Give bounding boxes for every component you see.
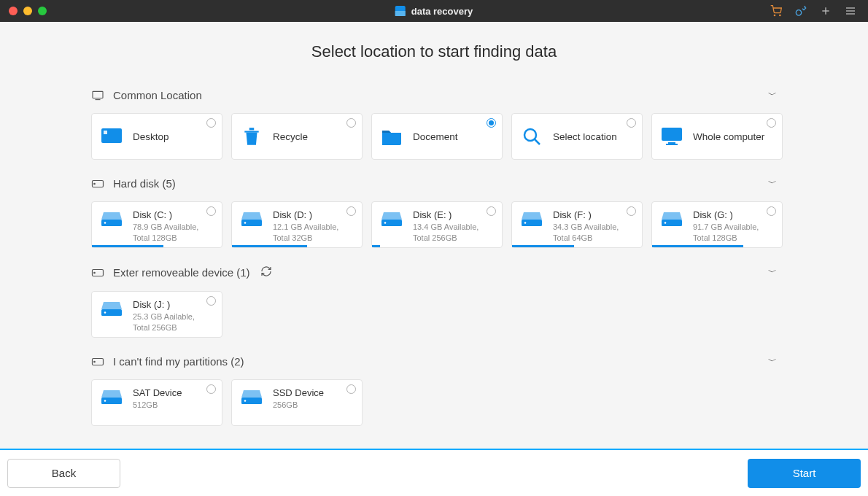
svg-point-1 [780,15,780,15]
disk-info: 256GB [273,400,324,411]
menu-icon[interactable] [845,5,856,17]
refresh-icon[interactable] [260,266,272,279]
main-content: Select location to start finding data Co… [0,22,868,449]
close-window[interactable] [9,7,18,15]
disk-name: SSD Device [273,387,324,398]
section-header-external[interactable]: Exter removeable device (1) ﹀ [91,261,777,284]
drive-outline-icon [91,357,104,367]
radio-icon[interactable] [767,206,776,216]
svg-point-0 [774,15,775,15]
section-header-lost[interactable]: I can't find my partitions (2) ﹀ [91,351,777,372]
section-title: Common Location [113,89,202,101]
radio-icon[interactable] [767,118,776,128]
disk-name: Disk (D: ) [273,209,353,220]
key-icon[interactable] [795,5,807,17]
radio-icon[interactable] [206,118,216,128]
disk-info: 25.3 GB Aailable, Total 256GB [133,311,213,333]
location-card-document[interactable]: Docement [371,113,503,160]
disk-card[interactable]: Disk (F: )34.3 GB Available, Total 64GB [511,201,643,248]
svg-point-37 [244,400,247,402]
svg-point-33 [94,361,96,363]
svg-line-12 [535,139,540,144]
cart-icon[interactable] [770,5,782,17]
trash-icon [241,127,263,146]
location-card-select-location[interactable]: Select location [511,113,643,160]
svg-point-19 [104,222,106,224]
window-controls [0,7,47,15]
svg-point-21 [244,222,247,224]
svg-rect-15 [666,144,678,145]
disk-name: Disk (F: ) [553,209,633,220]
svg-point-27 [664,222,667,224]
footer-bar: Back Start [0,449,868,496]
search-icon [521,127,543,146]
disk-info: 13.4 GB Available, Total 256GB [413,222,493,244]
radio-icon[interactable] [627,206,636,216]
svg-point-17 [94,183,96,185]
monitor-outline-icon [91,90,104,101]
svg-point-11 [524,129,536,141]
disk-card[interactable]: Disk (E: )13.4 GB Available, Total 256GB [371,201,503,248]
back-button[interactable]: Back [7,459,120,488]
section-header-hard-disk[interactable]: Hard disk (5) ﹀ [91,173,777,194]
drive-icon [241,209,263,228]
maximize-window[interactable] [38,7,47,15]
card-label: Docement [413,131,458,142]
radio-icon[interactable] [206,384,216,394]
external-row: Disk (J: )25.3 GB Aailable, Total 256GB [91,291,777,338]
monitor-icon [661,127,683,146]
drive-icon [381,209,403,228]
section-external: Exter removeable device (1) ﹀ Disk (J: )… [91,261,777,338]
card-label: Desktop [133,131,169,142]
chevron-down-icon: ﹀ [768,89,777,101]
chevron-down-icon: ﹀ [768,177,777,190]
svg-rect-7 [93,91,103,98]
radio-icon[interactable] [487,118,496,128]
radio-icon[interactable] [346,206,356,216]
drive-icon [101,209,123,228]
drive-outline-icon [91,268,104,278]
location-card-recycle[interactable]: Recycle [231,113,363,160]
disk-card[interactable]: Disk (G: )91.7 GB Available, Total 128GB [651,201,783,248]
chevron-down-icon: ﹀ [768,266,777,279]
app-title-text: data recovery [411,6,473,17]
location-card-whole-computer[interactable]: Whole computer [651,113,783,160]
radio-icon[interactable] [346,118,356,128]
radio-icon[interactable] [206,296,216,306]
disk-card[interactable]: Disk (J: )25.3 GB Aailable, Total 256GB [91,291,222,338]
hard-disk-row: Disk (C: )78.9 GB Available, Total 128GB… [91,201,777,248]
start-button[interactable]: Start [748,459,861,488]
disk-card[interactable]: SSD Device256GB [231,379,363,426]
drive-outline-icon [91,179,104,189]
disk-info: 512GB [133,400,182,411]
disk-name: Disk (C: ) [133,209,213,220]
svg-point-23 [384,222,387,224]
radio-icon[interactable] [627,118,636,128]
lost-row: SAT Device512GBSSD Device256GB [91,379,777,426]
radio-icon[interactable] [487,206,496,216]
common-location-row: Desktop Recycle Docement [91,113,777,160]
drive-icon [661,209,683,228]
section-header-common[interactable]: Common Location ﹀ [91,85,777,106]
section-hard-disk: Hard disk (5) ﹀ Disk (C: )78.9 GB Availa… [91,173,777,248]
page-heading: Select location to start finding data [0,42,868,61]
radio-icon[interactable] [206,206,216,216]
card-label: Select location [553,131,617,142]
disk-info: 78.9 GB Available, Total 128GB [133,222,213,244]
location-card-desktop[interactable]: Desktop [91,113,222,160]
plus-icon[interactable] [820,5,832,17]
disk-info: 91.7 GB Available, Total 128GB [693,222,773,244]
disk-card[interactable]: Disk (D: )12.1 GB Available, Total 32GB [231,201,363,248]
disk-name: Disk (J: ) [133,299,213,310]
radio-icon[interactable] [346,384,356,394]
disk-card[interactable]: SAT Device512GB [91,379,222,426]
drive-icon [521,209,543,228]
disk-name: Disk (E: ) [413,209,493,220]
section-lost-partitions: I can't find my partitions (2) ﹀ SAT Dev… [91,351,777,426]
section-common-location: Common Location ﹀ Desktop Recycle [91,85,777,160]
drive-icon [101,387,123,406]
disk-card[interactable]: Disk (C: )78.9 GB Available, Total 128GB [91,201,222,248]
disk-info: 12.1 GB Available, Total 32GB [273,222,353,244]
svg-rect-13 [662,128,682,141]
minimize-window[interactable] [23,7,32,15]
